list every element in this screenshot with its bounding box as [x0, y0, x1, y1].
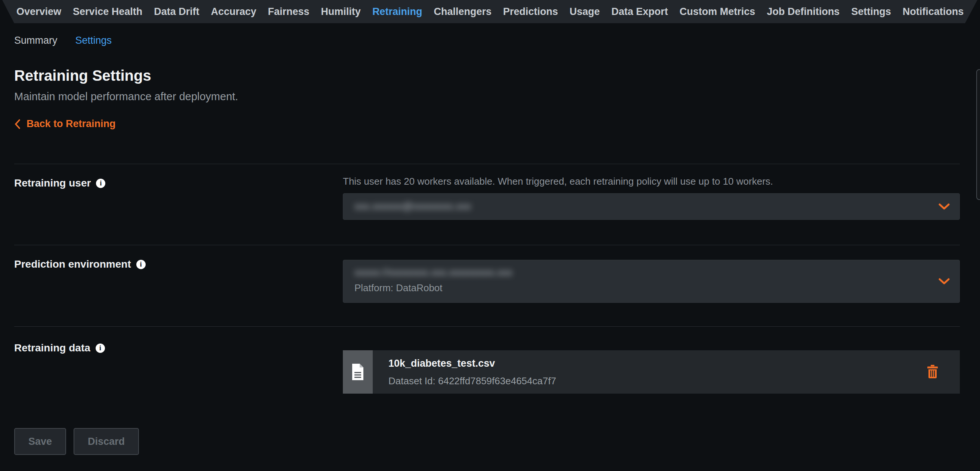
tab-job-definitions[interactable]: Job Definitions [767, 6, 840, 18]
back-link-label: Back to Retraining [27, 118, 116, 130]
chevron-down-icon [939, 278, 950, 285]
vertical-scrollbar-thumb[interactable] [976, 69, 980, 200]
page-subtitle: Maintain model performance after deploym… [14, 91, 238, 103]
discard-button[interactable]: Discard [73, 428, 139, 455]
info-icon[interactable]: i [96, 179, 105, 188]
dataset-id: Dataset Id: 6422ffd7859f63e4654ca7f7 [388, 375, 960, 387]
subnav-tab-settings[interactable]: Settings [75, 35, 112, 46]
retraining-user-value-redacted: xxx.xxxxxx@xxxxxxxx.xxx [355, 201, 471, 212]
chevron-down-icon [939, 203, 950, 210]
retraining-user-label-text: Retraining user [14, 177, 91, 189]
info-icon[interactable]: i [136, 260, 146, 269]
tab-settings[interactable]: Settings [851, 6, 891, 18]
info-icon[interactable]: i [95, 343, 105, 353]
retraining-settings-page: Overview Service Health Data Drift Accur… [0, 0, 980, 471]
dataset-file-name: 10k_diabetes_test.csv [388, 358, 960, 369]
trash-icon [926, 365, 939, 379]
tab-challengers[interactable]: Challengers [434, 6, 492, 18]
tab-predictions[interactable]: Predictions [503, 6, 558, 18]
tab-humility[interactable]: Humility [321, 6, 361, 18]
delete-dataset-button[interactable] [926, 365, 939, 379]
dataset-card-strip [343, 350, 373, 394]
tab-custom-metrics[interactable]: Custom Metrics [680, 6, 756, 18]
retraining-user-label: Retraining user i [14, 177, 105, 189]
deployment-nav: Overview Service Health Data Drift Accur… [0, 0, 980, 23]
chevron-left-icon [14, 119, 21, 129]
retraining-data-label-text: Retraining data [14, 342, 91, 354]
tab-overview[interactable]: Overview [16, 6, 61, 18]
tab-usage[interactable]: Usage [570, 6, 600, 18]
prediction-environment-label-text: Prediction environment [14, 258, 131, 270]
platform-label: Platform: DataRobot [355, 282, 959, 294]
retraining-user-select[interactable]: xxx.xxxxxx@xxxxxxxx.xxx [343, 193, 960, 220]
section-divider [14, 245, 960, 245]
prediction-environment-select[interactable]: xxxxx://xxxxxxxx.xxx.xxxxxxxxx.xxx Platf… [343, 260, 960, 303]
section-divider [14, 326, 960, 327]
tab-service-health[interactable]: Service Health [73, 6, 142, 18]
retraining-data-label: Retraining data i [14, 342, 105, 354]
page-title: Retraining Settings [14, 67, 151, 84]
dataset-meta: 10k_diabetes_test.csv Dataset Id: 6422ff… [373, 350, 960, 394]
dataset-card: 10k_diabetes_test.csv Dataset Id: 6422ff… [343, 350, 960, 394]
form-actions: Save Discard [14, 428, 139, 455]
tab-retraining[interactable]: Retraining [372, 6, 422, 18]
tab-accuracy[interactable]: Accuracy [211, 6, 256, 18]
tab-fairness[interactable]: Fairness [268, 6, 309, 18]
back-to-retraining-link[interactable]: Back to Retraining [14, 118, 116, 130]
tab-data-export[interactable]: Data Export [611, 6, 668, 18]
subnav-tab-summary[interactable]: Summary [14, 35, 57, 46]
tab-data-drift[interactable]: Data Drift [154, 6, 199, 18]
retraining-subnav: Summary Settings [14, 35, 112, 46]
section-divider [14, 164, 960, 164]
file-icon [352, 364, 364, 380]
workers-helper-text: This user has 20 workers available. When… [343, 176, 960, 187]
prediction-environment-label: Prediction environment i [14, 258, 146, 270]
tab-notifications[interactable]: Notifications [903, 6, 964, 18]
prediction-environment-value-redacted: xxxxx://xxxxxxxx.xxx.xxxxxxxxx.xxx [355, 267, 512, 278]
save-button[interactable]: Save [14, 428, 66, 455]
